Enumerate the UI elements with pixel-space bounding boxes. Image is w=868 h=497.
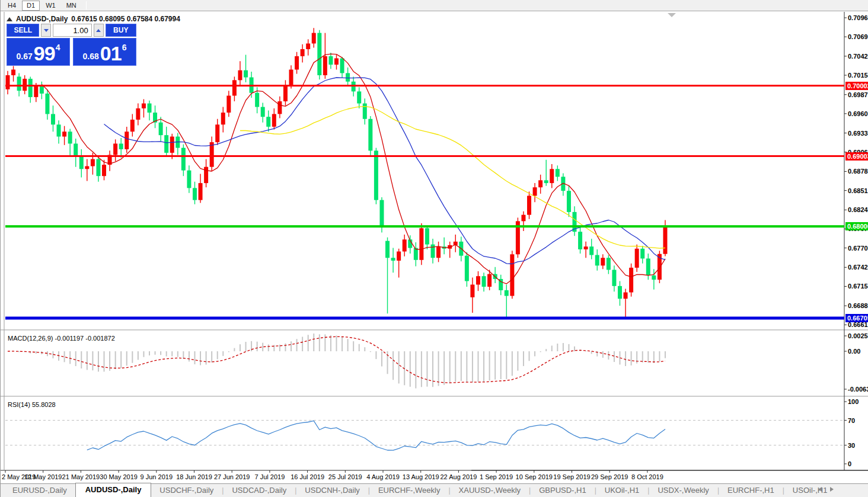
candle <box>136 108 140 120</box>
chart-tab-eurchf-weekly[interactable]: EURCHF-,Weekly <box>370 484 449 497</box>
candle <box>556 169 560 177</box>
candle <box>340 58 344 73</box>
sell-price-button[interactable]: 0.67 99 4 <box>7 38 70 66</box>
candle <box>96 159 100 177</box>
candle <box>164 135 168 153</box>
time-axis-label: 13 Aug 2019 <box>403 473 439 480</box>
candle <box>363 104 367 119</box>
chart-tab-eurchf-h1[interactable]: EURCHF-,H1 <box>719 484 783 497</box>
candle <box>470 284 474 297</box>
candle <box>385 241 390 258</box>
macd-axis-label: 0.002574 <box>848 332 868 339</box>
time-axis-label: 29 Sep 2019 <box>591 473 628 480</box>
price-tick-label: 0.69875 <box>848 91 868 98</box>
candle <box>40 86 44 94</box>
candle <box>663 227 667 254</box>
time-axis-label: 7 Jul 2019 <box>255 473 285 480</box>
hline-0.69003[interactable] <box>5 155 844 157</box>
tabs-scroll-left-icon[interactable] <box>818 487 822 492</box>
spinner-down-icon <box>44 29 49 32</box>
price-tick-label: 0.68515 <box>848 187 868 194</box>
chart-tab-usdcnh-daily[interactable]: USDCNH-,Daily <box>296 484 368 497</box>
candle <box>261 107 265 117</box>
candle <box>17 76 21 91</box>
sell-price-big: 99 <box>34 44 55 63</box>
candle <box>379 200 384 227</box>
price-tick-label: 0.66610 <box>848 321 868 328</box>
collapse-chart-icon[interactable] <box>7 17 12 21</box>
candle <box>578 232 582 249</box>
rsi-guides <box>5 421 844 445</box>
chart-canvas[interactable] <box>1 0 868 497</box>
chart-tab-xauusd-weekly[interactable]: XAUUSD-,Weekly <box>451 484 529 497</box>
chart-area[interactable]: AUDUSD-,Daily 0.67615 0.68095 0.67584 0.… <box>1 12 868 497</box>
candle <box>317 33 321 75</box>
candle <box>334 58 339 65</box>
price-level-badge: 0.70002 <box>845 82 868 90</box>
chart-tab-usdx-weekly[interactable]: USDX-,Weekly <box>649 484 717 497</box>
candle <box>652 275 656 280</box>
candle <box>102 165 106 176</box>
buy-button[interactable]: BUY <box>106 24 136 37</box>
candle <box>45 94 49 114</box>
candle <box>505 290 509 296</box>
volume-increase-button[interactable] <box>94 24 104 37</box>
candle <box>148 104 152 113</box>
pane-frames <box>1 12 868 470</box>
one-click-trading-panel: SELL 1.00 BUY 0.67 99 4 0.68 01 <box>7 24 136 66</box>
price-tick-label: 0.70695 <box>848 33 868 40</box>
volume-input[interactable]: 1.00 <box>53 24 91 37</box>
time-axis-label: 25 Jul 2019 <box>328 473 362 480</box>
volume-decrease-button[interactable] <box>41 24 51 37</box>
sell-button[interactable]: SELL <box>7 24 39 37</box>
hline-0.70002[interactable] <box>5 85 844 86</box>
buy-price-big: 01 <box>100 44 122 63</box>
sell-price-pip: 4 <box>56 43 60 52</box>
candle <box>232 80 237 95</box>
rsi-indicator-label: RSI(14) 55.8028 <box>8 401 56 408</box>
candle <box>244 70 248 78</box>
candle <box>62 132 66 136</box>
macd-indicator-label: MACD(12,26,9) -0.001197 -0.001872 <box>8 335 115 342</box>
time-axis-label: 8 Oct 2019 <box>631 473 663 480</box>
hline-0.68006[interactable] <box>5 225 844 227</box>
spinner-up-icon <box>96 29 101 32</box>
candle <box>272 114 276 126</box>
price-tick-label: 0.67155 <box>848 283 868 290</box>
chart-tab-usdchf-daily[interactable]: USDCHF-,Daily <box>151 484 222 497</box>
candle <box>436 246 441 258</box>
candle <box>476 276 480 284</box>
rsi-axis-label: 0 <box>848 460 851 467</box>
chart-tab-eurusd-daily[interactable]: EURUSD-,Daily <box>4 484 75 497</box>
chart-tab-usdcad-daily[interactable]: USDCAD-,Daily <box>224 484 295 497</box>
time-axis-label: 22 Aug 2019 <box>440 473 477 480</box>
candle <box>465 256 469 281</box>
candle <box>510 254 514 296</box>
price-level-badge: 0.66705 <box>845 314 868 322</box>
chart-tab-audusd-daily[interactable]: AUDUSD-,Daily <box>75 483 152 497</box>
candle <box>119 143 123 149</box>
candle <box>640 249 644 259</box>
time-axis-label: 18 Jun 2019 <box>176 473 212 480</box>
chart-shift-icon[interactable] <box>668 13 676 17</box>
candle <box>487 274 492 287</box>
candle <box>482 276 486 287</box>
candle <box>11 69 15 75</box>
candle <box>34 86 38 97</box>
candle <box>159 123 163 135</box>
chart-tab-ukoil-h1[interactable]: UKOil-,H1 <box>596 484 648 497</box>
candle <box>79 156 84 169</box>
tabs-scroll-right-icon[interactable] <box>830 487 834 492</box>
hline-0.66705[interactable] <box>5 316 844 319</box>
tab-scroll-buttons <box>818 487 834 492</box>
time-axis-label: 16 Jul 2019 <box>291 473 324 480</box>
candle <box>283 85 288 101</box>
candle <box>142 104 146 108</box>
chart-tab-gbpusd-h1[interactable]: GBPUSD-,H1 <box>531 484 594 497</box>
candle <box>113 143 117 155</box>
buy-price-button[interactable]: 0.68 01 6 <box>73 38 136 66</box>
price-tick-label: 0.66880 <box>848 302 868 309</box>
candle <box>74 143 78 156</box>
price-tick-label: 0.70965 <box>848 14 868 21</box>
candle <box>624 293 628 299</box>
